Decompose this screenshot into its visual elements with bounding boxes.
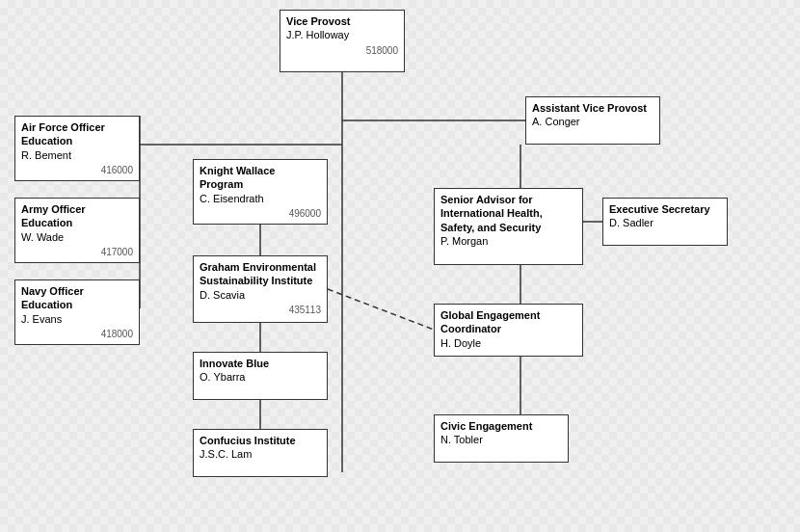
civic-engagement-title: Civic Engagement (440, 419, 562, 433)
svg-line-15 (328, 289, 434, 330)
knight-wallace-title: Knight Wallace Program (200, 164, 321, 192)
asst-vp-box: Assistant Vice Provost A. Conger (525, 96, 660, 145)
graham-person: D. Scavia (200, 288, 321, 302)
knight-wallace-code: 496000 (200, 207, 321, 220)
civic-engagement-person: N. Tobler (440, 433, 562, 446)
innovate-blue-title: Innovate Blue (200, 357, 321, 370)
confucius-title: Confucius Institute (200, 434, 321, 447)
org-chart-lines (0, 0, 800, 532)
exec-secretary-title: Executive Secretary (609, 202, 721, 216)
navy-person: J. Evans (21, 312, 133, 326)
navy-box: Navy Officer Education J. Evans 418000 (14, 279, 140, 345)
vice-provost-box: Vice Provost J.P. Holloway 518000 (280, 10, 405, 72)
graham-code: 435113 (200, 304, 321, 316)
air-force-code: 416000 (21, 164, 133, 176)
confucius-box: Confucius Institute J.S.C. Lam (193, 429, 328, 477)
knight-wallace-person: C. Eisendrath (200, 192, 321, 205)
global-engagement-title: Global Engagement Coordinator (440, 308, 576, 336)
senior-advisor-box: Senior Advisor for International Health,… (434, 188, 583, 265)
asst-vp-title: Assistant Vice Provost (532, 101, 653, 115)
navy-code: 418000 (21, 328, 133, 340)
graham-title: Graham Environmental Sustainability Inst… (200, 260, 321, 288)
graham-box: Graham Environmental Sustainability Inst… (193, 255, 328, 323)
confucius-person: J.S.C. Lam (200, 447, 321, 461)
army-title: Army Officer Education (21, 202, 133, 230)
exec-secretary-box: Executive Secretary D. Sadler (602, 198, 728, 246)
vice-provost-code: 518000 (286, 44, 398, 57)
air-force-title: Air Force Officer Education (21, 120, 133, 148)
global-engagement-box: Global Engagement Coordinator H. Doyle (434, 304, 583, 357)
innovate-blue-person: O. Ybarra (200, 370, 321, 384)
global-engagement-person: H. Doyle (440, 336, 576, 350)
civic-engagement-box: Civic Engagement N. Tobler (434, 414, 569, 463)
exec-secretary-person: D. Sadler (609, 216, 721, 229)
asst-vp-person: A. Conger (532, 115, 653, 128)
air-force-box: Air Force Officer Education R. Bement 41… (14, 116, 140, 181)
army-code: 417000 (21, 246, 133, 258)
senior-advisor-person: P. Morgan (440, 234, 576, 248)
vice-provost-person: J.P. Holloway (286, 28, 398, 41)
senior-advisor-title: Senior Advisor for International Health,… (440, 193, 576, 234)
army-box: Army Officer Education W. Wade 417000 (14, 198, 140, 263)
innovate-blue-box: Innovate Blue O. Ybarra (193, 352, 328, 400)
vice-provost-title: Vice Provost (286, 14, 398, 28)
army-person: W. Wade (21, 230, 133, 244)
knight-wallace-box: Knight Wallace Program C. Eisendrath 496… (193, 159, 328, 225)
org-chart: Vice Provost J.P. Holloway 518000 Air Fo… (0, 0, 800, 532)
navy-title: Navy Officer Education (21, 284, 133, 312)
air-force-person: R. Bement (21, 148, 133, 162)
